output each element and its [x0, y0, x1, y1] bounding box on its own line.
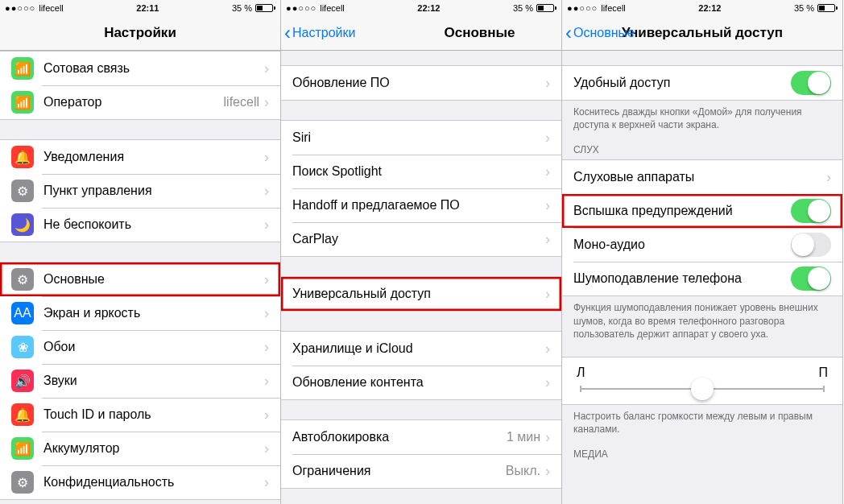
chevron-right-icon: › [545, 429, 550, 446]
back-button[interactable]: ‹Основные [562, 23, 635, 43]
slider-thumb[interactable] [691, 378, 714, 400]
row-icon: 🔔 [11, 403, 34, 426]
row-Универсальный доступ[interactable]: Универсальный доступ › [281, 277, 561, 311]
chevron-right-icon: › [264, 94, 269, 111]
status-bar: ●●○○○ lifecell 22:12 35 % [281, 0, 561, 16]
row-Моно-аудио[interactable]: Моно-аудио [562, 228, 842, 262]
row-icon: ⚙︎ [11, 471, 34, 494]
row-icon: ❀ [11, 336, 34, 358]
signal-dots: ●●○○○ [286, 3, 316, 13]
signal-dots: ●●○○○ [567, 3, 598, 13]
row-Handoff и предлагаемое ПО[interactable]: Handoff и предлагаемое ПО › [281, 188, 561, 222]
battery-indicator: 35 % [794, 3, 838, 13]
balance-slider[interactable]: ЛП [562, 357, 842, 405]
row-Уведомления[interactable]: 🔔 Уведомления › [0, 140, 280, 174]
hearing-header: СЛУХ [562, 133, 842, 159]
chevron-right-icon: › [545, 286, 550, 303]
nav-title: Настройки [0, 25, 280, 41]
chevron-right-icon: › [264, 60, 269, 77]
chevron-right-icon: › [264, 474, 269, 491]
chevron-right-icon: › [545, 163, 550, 180]
row-Звуки[interactable]: 🔊 Звуки › [0, 364, 280, 398]
row-Обновление ПО[interactable]: Обновление ПО › [281, 66, 561, 100]
row-Автоблокировка[interactable]: Автоблокировка 1 мин › [281, 420, 561, 454]
row-icon: AA [11, 302, 34, 324]
nav-bar: ‹Основные Универсальный доступ [562, 16, 842, 51]
row-CarPlay[interactable]: CarPlay › [281, 222, 561, 256]
toggle-switch[interactable] [791, 199, 831, 223]
carrier-label: lifecell [320, 3, 345, 13]
toggle-switch[interactable] [791, 266, 831, 291]
chevron-right-icon: › [545, 231, 550, 248]
chevron-right-icon: › [545, 130, 550, 147]
chevron-right-icon: › [545, 463, 550, 480]
nav-bar: Настройки [0, 16, 280, 51]
row-Siri[interactable]: Siri › [281, 121, 561, 155]
battery-indicator: 35 % [232, 3, 275, 13]
chevron-right-icon: › [545, 374, 550, 391]
row-icon: ⚙︎ [11, 180, 34, 202]
status-bar: ●●○○○ lifecell 22:12 35 % [562, 0, 842, 16]
chevron-left-icon: ‹ [565, 23, 572, 43]
chevron-right-icon: › [264, 271, 269, 288]
row-icon: 📶 [11, 57, 34, 80]
screen-settings: ●●○○○ lifecell 22:11 35 % Настройки 📶 Со… [0, 0, 281, 504]
row-Ограничения[interactable]: Ограничения Выкл. › [281, 454, 561, 488]
row-Экран и яркость[interactable]: AA Экран и яркость › [0, 296, 280, 330]
row-Хранилище и iCloud[interactable]: Хранилище и iCloud › [281, 332, 561, 366]
chevron-right-icon: › [264, 149, 269, 166]
chevron-right-icon: › [545, 197, 550, 214]
signal-dots: ●●○○○ [5, 3, 35, 13]
row-Аккумулятор[interactable]: 📶 Аккумулятор › [0, 432, 280, 465]
nav-title: Основные [444, 25, 515, 41]
chevron-right-icon: › [264, 217, 269, 233]
chevron-right-icon: › [264, 440, 269, 457]
chevron-right-icon: › [264, 373, 269, 390]
status-time: 22:11 [64, 3, 232, 13]
row-Основные[interactable]: ⚙︎ Основные › [0, 262, 280, 296]
status-time: 22:12 [626, 3, 794, 13]
balance-note: Настроить баланс громкости между левым и… [562, 405, 842, 437]
chevron-left-icon: ‹ [284, 23, 291, 43]
row-icon: 📶 [11, 91, 34, 114]
row-Шумоподавление телефона[interactable]: Шумоподавление телефона [562, 262, 842, 295]
accessibility-list[interactable]: Удобный доступ Коснитесь дважды кнопки «… [562, 51, 842, 504]
media-header: МЕДИА [562, 437, 842, 464]
chevron-right-icon: › [264, 339, 269, 356]
chevron-right-icon: › [264, 305, 269, 322]
row-icon: 🔊 [11, 370, 34, 392]
row-icon: ⚙︎ [11, 268, 34, 291]
row-Touch ID и пароль[interactable]: 🔔 Touch ID и пароль › [0, 398, 280, 432]
general-list[interactable]: Обновление ПО › Siri › Поиск Spotlight ›… [281, 51, 561, 504]
reachability-note: Коснитесь дважды кнопки «Домой» для полу… [562, 101, 842, 133]
status-bar: ●●○○○ lifecell 22:11 35 % [0, 0, 280, 16]
toggle-switch[interactable] [791, 233, 831, 257]
row-reachability[interactable]: Удобный доступ [562, 66, 842, 100]
nav-bar: ‹Настройки Основные [281, 16, 561, 51]
row-icon: 🌙 [11, 213, 34, 236]
row-Обои[interactable]: ❀ Обои › [0, 330, 280, 364]
balance-left: Л [577, 366, 585, 380]
row-icon: 🔔 [11, 146, 34, 168]
row-icon: 📶 [11, 437, 34, 460]
row-Обновление контента[interactable]: Обновление контента › [281, 366, 561, 399]
row-Поиск Spotlight[interactable]: Поиск Spotlight › [281, 155, 561, 188]
chevron-right-icon: › [264, 407, 269, 423]
row-Сотовая связь[interactable]: 📶 Сотовая связь › [0, 52, 280, 85]
row-Конфиденциальность[interactable]: ⚙︎ Конфиденциальность › [0, 465, 280, 499]
screen-general: ●●○○○ lifecell 22:12 35 % ‹Настройки Осн… [281, 0, 562, 504]
row-Слуховые аппараты[interactable]: Слуховые аппараты› [562, 160, 842, 194]
back-button[interactable]: ‹Настройки [281, 23, 355, 43]
row-Пункт управления[interactable]: ⚙︎ Пункт управления › [0, 174, 280, 208]
status-time: 22:12 [345, 3, 513, 13]
battery-indicator: 35 % [513, 3, 556, 13]
row-Оператор[interactable]: 📶 Оператор lifecell › [0, 85, 280, 119]
row-Не беспокоить[interactable]: 🌙 Не беспокоить › [0, 208, 280, 242]
settings-list[interactable]: 📶 Сотовая связь › 📶 Оператор lifecell › … [0, 51, 280, 504]
balance-right: П [819, 366, 829, 380]
carrier-label: lifecell [39, 3, 64, 13]
noise-note: Функция шумоподавления понижает уровень … [562, 296, 842, 342]
chevron-right-icon: › [545, 341, 550, 357]
row-Вспышка предупреждений[interactable]: Вспышка предупреждений [562, 194, 842, 228]
toggle-reachability[interactable] [791, 71, 831, 95]
